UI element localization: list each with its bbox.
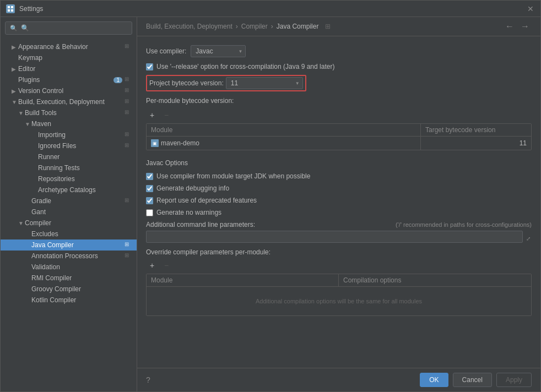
release-option-checkbox[interactable] bbox=[146, 63, 153, 70]
release-option-row: Use '--release' option for cross-compila… bbox=[146, 63, 532, 70]
sidebar-item-build-tools[interactable]: ▼ Build Tools ⊞ bbox=[1, 107, 137, 118]
sidebar-item-label: Groovy Compiler bbox=[31, 285, 132, 293]
sidebar-item-runner[interactable]: Runner bbox=[1, 151, 137, 162]
module-table: Module Target bytecode version ▣ maven-d… bbox=[146, 123, 532, 150]
ok-button[interactable]: OK bbox=[420, 373, 448, 387]
cross-config-hint: ('/' recommended in paths for cross-conf… bbox=[396, 221, 532, 228]
remove-module-button[interactable]: − bbox=[160, 109, 172, 121]
sidebar-item-groovy-compiler[interactable]: Groovy Compiler bbox=[1, 284, 137, 295]
arrow-icon: ▶ bbox=[12, 66, 18, 72]
svg-rect-0 bbox=[8, 6, 10, 8]
module-toolbar: + − bbox=[146, 109, 532, 121]
sidebar-item-gant[interactable]: Gant bbox=[1, 206, 137, 217]
arrow-icon: ▶ bbox=[12, 88, 18, 94]
sidebar-item-kotlin-compiler[interactable]: Kotlin Compiler bbox=[1, 295, 137, 306]
arrow-icon: ▼ bbox=[12, 99, 18, 105]
breadcrumb-icon: ⊞ bbox=[325, 23, 331, 30]
sidebar-item-keymap[interactable]: Keymap bbox=[1, 52, 137, 63]
javac-section-title: Javac Options bbox=[146, 159, 532, 167]
add-override-button[interactable]: + bbox=[146, 259, 158, 271]
bytecode-select[interactable]: 8 9 10 11 12 13 14 15 16 17 bbox=[226, 77, 303, 89]
module-name-cell: ▣ maven-demo bbox=[147, 137, 421, 150]
sidebar-item-label: Editor bbox=[18, 65, 132, 73]
nav-back-button[interactable]: ← bbox=[503, 21, 516, 31]
deprecated-checkbox[interactable] bbox=[146, 197, 153, 204]
module-name: maven-demo bbox=[161, 139, 199, 147]
sidebar-item-annotation-processors[interactable]: Annotation Processors ⊞ bbox=[1, 251, 137, 262]
sidebar-item-editor[interactable]: ▶ Editor bbox=[1, 63, 137, 74]
search-box[interactable]: 🔍 bbox=[5, 21, 132, 35]
sidebar-item-appearance[interactable]: ▶ Appearance & Behavior ⊞ bbox=[1, 41, 137, 52]
help-button[interactable]: ? bbox=[146, 375, 150, 384]
add-module-button[interactable]: + bbox=[146, 109, 158, 121]
arrow-icon: ▼ bbox=[18, 220, 25, 226]
module-target-cell: 11 bbox=[421, 137, 531, 150]
settings-icon: ⊞ bbox=[125, 252, 132, 260]
sidebar-item-label: Running Tests bbox=[38, 164, 132, 172]
sidebar-item-label: Ignored Files bbox=[38, 142, 122, 150]
apply-button[interactable]: Apply bbox=[496, 373, 532, 387]
sidebar-item-label: Java Compiler bbox=[31, 241, 122, 249]
no-warnings-checkbox[interactable] bbox=[146, 209, 153, 216]
settings-icon: ⊞ bbox=[125, 197, 132, 205]
sidebar-item-archetype-catalogs[interactable]: Archetype Catalogs bbox=[1, 184, 137, 195]
window-title: Settings bbox=[19, 5, 526, 13]
footer: ? OK Cancel Apply bbox=[137, 368, 540, 391]
sidebar-item-validation[interactable]: Validation bbox=[1, 262, 137, 273]
sidebar-item-ignored-files[interactable]: Ignored Files ⊞ bbox=[1, 140, 137, 151]
compiler-select[interactable]: Javac Eclipse Ajc bbox=[191, 45, 246, 57]
release-option-label: Use '--release' option for cross-compila… bbox=[156, 63, 334, 70]
sidebar-item-running-tests[interactable]: Running Tests bbox=[1, 162, 137, 173]
additional-params-input[interactable] bbox=[146, 231, 523, 243]
close-button[interactable]: ✕ bbox=[526, 4, 535, 13]
sidebar-item-maven[interactable]: ▼ Maven bbox=[1, 118, 137, 129]
use-module-jdk-checkbox[interactable] bbox=[146, 173, 153, 180]
sidebar-item-rmi-compiler[interactable]: RMI Compiler bbox=[1, 273, 137, 284]
sidebar-item-java-compiler[interactable]: Java Compiler ⊞ bbox=[1, 239, 137, 251]
additional-params-header: Additional command line parameters: ('/'… bbox=[146, 221, 532, 228]
sidebar-item-excludes[interactable]: Excludes bbox=[1, 228, 137, 239]
sidebar-item-label: Excludes bbox=[31, 230, 132, 238]
cancel-button[interactable]: Cancel bbox=[453, 373, 492, 387]
sidebar-item-label: Annotation Processors bbox=[31, 252, 122, 260]
sidebar-item-label: Appearance & Behavior bbox=[18, 43, 122, 51]
sidebar-item-compiler[interactable]: ▼ Compiler bbox=[1, 217, 137, 228]
sidebar-item-importing[interactable]: Importing ⊞ bbox=[1, 129, 137, 140]
javac-option-no-warnings: Generate no warnings bbox=[146, 209, 532, 216]
expand-icon[interactable]: ⤢ bbox=[525, 235, 532, 243]
panel-content: Use compiler: Javac Eclipse Ajc Use '--r… bbox=[137, 36, 540, 368]
settings-icon: ⊞ bbox=[125, 76, 132, 84]
settings-icon: ⊞ bbox=[125, 87, 132, 95]
remove-override-button[interactable]: − bbox=[160, 259, 172, 271]
override-module-col: Module bbox=[147, 274, 339, 286]
svg-rect-2 bbox=[8, 9, 10, 12]
table-row[interactable]: ▣ maven-demo 11 bbox=[147, 137, 531, 150]
svg-rect-1 bbox=[11, 6, 13, 8]
sidebar-item-version-control[interactable]: ▶ Version Control ⊞ bbox=[1, 85, 137, 96]
breadcrumb-current: Java Compiler bbox=[277, 23, 319, 30]
sidebar-item-label: Keymap bbox=[18, 54, 132, 62]
sidebar-item-gradle[interactable]: Gradle ⊞ bbox=[1, 195, 137, 206]
breadcrumb-sep-1: › bbox=[236, 23, 238, 30]
override-options-col: Compilation options bbox=[339, 274, 531, 286]
titlebar: Settings ✕ bbox=[1, 1, 540, 17]
sidebar-item-repositories[interactable]: Repositories bbox=[1, 173, 137, 184]
settings-icon: ⊞ bbox=[125, 98, 132, 106]
sidebar-tree: ▶ Appearance & Behavior ⊞ Keymap ▶ Edito… bbox=[1, 39, 137, 391]
per-module-label: Per-module bytecode version: bbox=[146, 97, 532, 105]
sidebar-item-label: RMI Compiler bbox=[31, 274, 132, 282]
sidebar-item-label: Compiler bbox=[25, 219, 132, 227]
bytecode-select-wrapper: 8 9 10 11 12 13 14 15 16 17 bbox=[226, 77, 303, 89]
debug-info-checkbox[interactable] bbox=[146, 185, 153, 192]
sidebar-item-build-exec-deploy[interactable]: ▼ Build, Execution, Deployment ⊞ bbox=[1, 96, 137, 107]
search-input[interactable] bbox=[21, 24, 127, 32]
bytecode-label: Project bytecode version: bbox=[149, 79, 224, 87]
sidebar-item-label: Gant bbox=[31, 208, 132, 216]
deprecated-label: Report use of deprecated features bbox=[156, 197, 257, 204]
use-module-jdk-label: Use compiler from module target JDK when… bbox=[156, 172, 310, 180]
compiler-select-wrapper: Javac Eclipse Ajc bbox=[191, 45, 246, 57]
debug-info-label: Generate debugging info bbox=[156, 184, 229, 192]
additional-params-label: Additional command line parameters: bbox=[146, 221, 255, 228]
sidebar-item-plugins[interactable]: Plugins 1 ⊞ bbox=[1, 74, 137, 85]
nav-forward-button[interactable]: → bbox=[518, 21, 532, 31]
